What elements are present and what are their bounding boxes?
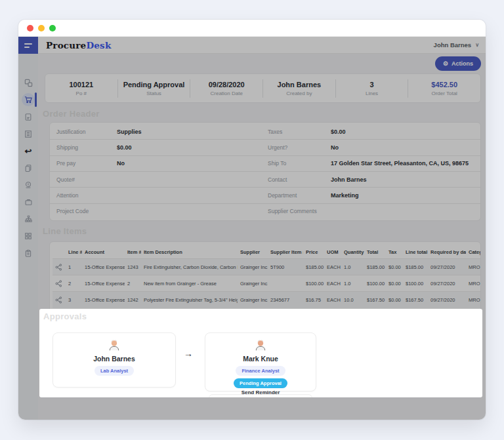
approvals-heading: Approvals xyxy=(43,311,478,321)
approval-step-card: John Barnes Lab Analyst xyxy=(52,332,176,388)
zoom-button[interactable] xyxy=(49,25,56,31)
send-reminder-link[interactable]: Send Reminder xyxy=(205,390,316,395)
app-window: ↩ xyxy=(18,20,486,420)
close-button[interactable] xyxy=(27,25,33,31)
approvals-panel: Approvals John Barnes Lab Analyst → xyxy=(39,309,482,397)
flow-arrow-icon: → xyxy=(181,348,196,359)
approver-role-badge: Lab Analyst xyxy=(94,366,134,376)
approver-avatar xyxy=(108,338,121,354)
approval-step-card: Mark Knue Finance Analyst Pending Approv… xyxy=(205,332,316,391)
approver-avatar xyxy=(254,338,267,354)
approver-name: Mark Knue xyxy=(205,355,316,363)
minimize-button[interactable] xyxy=(38,25,45,31)
approver-name: John Barnes xyxy=(53,355,175,363)
macos-titlebar xyxy=(18,20,486,37)
pending-approval-badge: Pending Approval xyxy=(234,378,287,388)
approver-role-badge: Finance Analyst xyxy=(236,366,285,376)
